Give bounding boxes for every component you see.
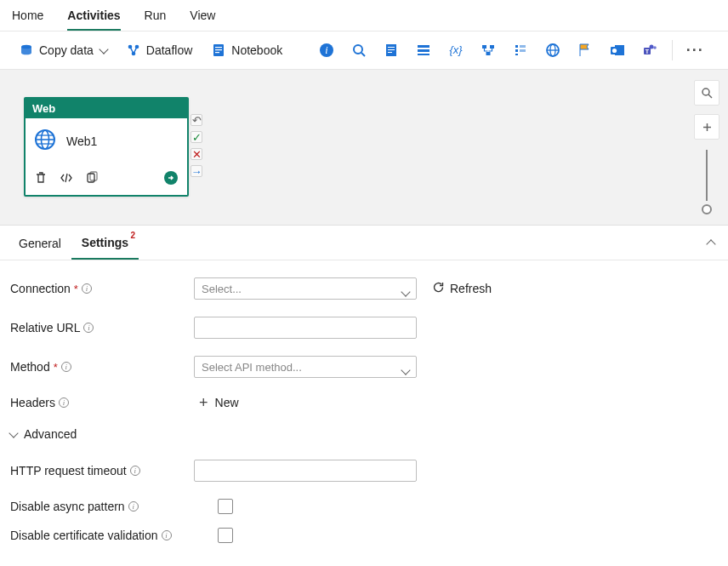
canvas-controls xyxy=(694,80,719,214)
tab-run[interactable]: Run xyxy=(145,9,167,31)
info-icon[interactable]: i xyxy=(128,501,139,512)
globe-icon xyxy=(34,129,56,153)
dataflow-icon xyxy=(126,43,141,58)
copy-icon[interactable] xyxy=(85,171,99,187)
disable-async-checkbox[interactable] xyxy=(218,499,233,514)
globe-icon[interactable] xyxy=(539,38,566,62)
flag-icon[interactable] xyxy=(572,38,599,62)
undo-handle-icon[interactable]: ↶ xyxy=(191,114,202,126)
method-select[interactable]: Select API method... xyxy=(194,356,417,378)
tab-home[interactable]: Home xyxy=(12,9,43,31)
tab-general[interactable]: General xyxy=(9,226,71,259)
svg-line-11 xyxy=(361,53,365,56)
activity-name-label: Web1 xyxy=(66,134,97,148)
svg-rect-26 xyxy=(520,45,526,48)
svg-rect-5 xyxy=(215,47,222,48)
info-icon[interactable]: i xyxy=(162,530,172,540)
settings-form: Connection * i Select... Refresh Relativ… xyxy=(0,260,728,566)
success-handle-icon[interactable]: ✓ xyxy=(191,131,202,143)
svg-rect-24 xyxy=(515,49,518,52)
notebook-icon xyxy=(211,43,226,58)
tab-view[interactable]: View xyxy=(190,9,215,31)
info-icon[interactable]: i xyxy=(130,466,140,476)
pipeline-canvas[interactable]: Web Web1 ↶ ✓ ✕ → xyxy=(0,70,728,226)
info-icon[interactable]: i xyxy=(61,362,71,372)
connection-placeholder: Select... xyxy=(202,283,242,295)
activity-connectors: ↶ ✓ ✕ → xyxy=(191,114,202,177)
svg-rect-17 xyxy=(418,49,429,52)
method-placeholder: Select API method... xyxy=(202,361,302,374)
database-icon xyxy=(19,43,34,58)
disable-cert-checkbox[interactable] xyxy=(218,528,233,543)
settings-error-badge: 2 xyxy=(130,231,135,240)
top-tab-bar: Home Activities Run View xyxy=(0,0,728,31)
list-icon[interactable] xyxy=(410,38,437,62)
http-timeout-input[interactable] xyxy=(194,460,417,482)
add-header-button[interactable]: + New xyxy=(194,395,239,410)
refresh-button[interactable]: Refresh xyxy=(432,281,492,296)
failure-handle-icon[interactable]: ✕ xyxy=(191,148,202,160)
svg-text:i: i xyxy=(326,44,328,56)
copy-data-button[interactable]: Copy data xyxy=(12,39,114,61)
collapse-panel-button[interactable] xyxy=(708,237,714,250)
info-icon[interactable]: i xyxy=(59,397,69,408)
svg-rect-15 xyxy=(388,52,392,53)
dataflow-button[interactable]: Dataflow xyxy=(119,39,199,61)
advanced-section-toggle[interactable]: Advanced xyxy=(10,427,718,441)
chevron-down-icon xyxy=(401,287,410,296)
notebook-button[interactable]: Notebook xyxy=(204,39,289,61)
svg-rect-21 xyxy=(490,45,494,49)
teams-icon[interactable]: T xyxy=(636,38,663,62)
chevron-up-icon xyxy=(706,239,715,249)
notebook-label: Notebook xyxy=(231,43,282,57)
refresh-icon xyxy=(432,281,445,296)
activity-type-label: Web xyxy=(26,99,187,118)
relative-url-input[interactable] xyxy=(194,317,417,339)
more-icon[interactable]: ··· xyxy=(681,38,708,62)
svg-point-46 xyxy=(702,89,709,95)
required-indicator: * xyxy=(74,283,78,295)
required-indicator: * xyxy=(54,361,58,374)
svg-line-47 xyxy=(708,94,712,98)
http-timeout-label: HTTP request timeout i xyxy=(10,464,194,477)
method-label: Method * i xyxy=(10,360,194,374)
svg-rect-13 xyxy=(388,47,395,48)
run-icon[interactable] xyxy=(163,170,179,188)
canvas-search-icon[interactable] xyxy=(694,80,719,106)
chevron-down-icon xyxy=(99,44,108,54)
svg-rect-14 xyxy=(388,49,395,50)
tab-settings[interactable]: Settings 2 xyxy=(71,226,139,260)
canvas-zoom-in-icon[interactable] xyxy=(694,114,719,140)
relative-url-label: Relative URL i xyxy=(10,321,194,334)
variable-icon[interactable]: {x} xyxy=(442,38,469,62)
svg-point-10 xyxy=(354,45,362,54)
toolbar-separator xyxy=(672,40,673,60)
dataflow-label: Dataflow xyxy=(146,43,192,57)
delete-icon[interactable] xyxy=(34,171,48,187)
code-icon[interactable] xyxy=(60,171,73,187)
zoom-slider-track[interactable] xyxy=(706,150,708,201)
outlook-icon[interactable] xyxy=(604,38,631,62)
tab-activities[interactable]: Activities xyxy=(67,9,120,31)
completion-handle-icon[interactable]: → xyxy=(191,165,202,177)
search-icon[interactable] xyxy=(345,38,373,62)
svg-point-33 xyxy=(612,49,617,53)
headers-label: Headers i xyxy=(10,396,194,409)
toolbar: Copy data Dataflow Notebook i {x} T ··· xyxy=(0,31,728,70)
pipeline-icon[interactable] xyxy=(475,38,502,62)
svg-text:T: T xyxy=(646,49,650,54)
script-icon[interactable] xyxy=(378,38,405,62)
svg-rect-23 xyxy=(515,45,518,48)
svg-text:{x}: {x} xyxy=(450,43,464,56)
steps-icon[interactable] xyxy=(507,38,534,62)
connection-select[interactable]: Select... xyxy=(194,277,417,300)
svg-rect-18 xyxy=(418,54,429,55)
svg-rect-16 xyxy=(418,45,429,48)
info-icon[interactable]: i xyxy=(83,323,94,333)
info-icon[interactable]: i xyxy=(82,283,92,294)
tab-settings-label: Settings xyxy=(82,236,128,249)
info-icon[interactable]: i xyxy=(313,38,340,62)
zoom-slider-handle[interactable] xyxy=(702,204,712,214)
web-activity-card[interactable]: Web Web1 xyxy=(24,97,189,197)
chevron-down-icon xyxy=(9,428,18,437)
